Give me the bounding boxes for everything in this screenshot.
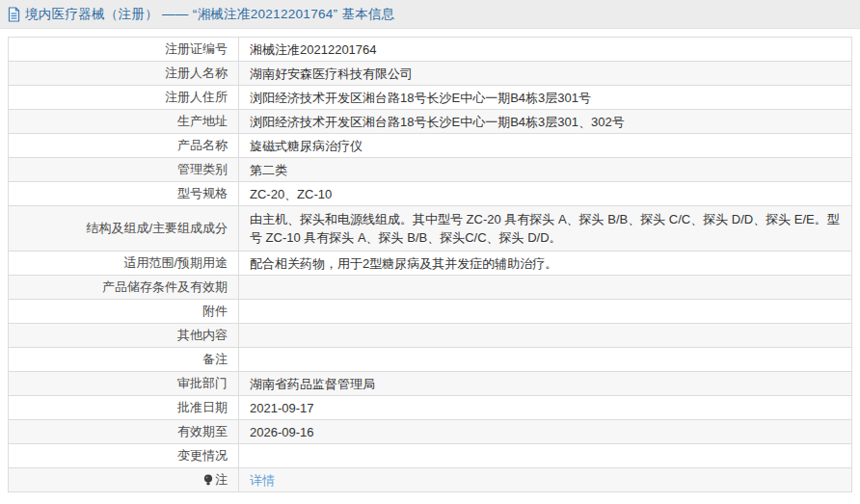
table-row: 注册人住所 浏阳经济技术开发区湘台路18号长沙E中心一期B4栋3层301号 — [9, 86, 852, 110]
row-label: 产品名称 — [9, 134, 239, 158]
row-label: 注 — [9, 468, 239, 492]
row-label: 型号规格 — [9, 182, 239, 206]
table-row: 附件 — [9, 300, 852, 324]
table-row: 批准日期 2021-09-17 — [9, 396, 852, 420]
row-label: 有效期至 — [9, 420, 239, 444]
table-row: 审批部门 湖南省药品监督管理局 — [9, 372, 852, 396]
row-label: 管理类别 — [9, 158, 239, 182]
page-title: 境内医疗器械（注册） —— “湘械注准20212201764” 基本信息 — [25, 6, 395, 23]
row-value: 湖南好安森医疗科技有限公司 — [239, 62, 852, 86]
row-value — [239, 300, 852, 324]
row-label: 备注 — [9, 348, 239, 372]
row-value — [239, 444, 852, 468]
row-label: 其他内容 — [9, 324, 239, 348]
note-bulb-icon — [203, 474, 213, 489]
registration-info-table: 注册证编号 湘械注准20212201764 注册人名称 湖南好安森医疗科技有限公… — [8, 37, 852, 492]
row-label: 注册人住所 — [9, 86, 239, 110]
table-row: 结构及组成/主要组成成分 由主机、探头和电源线组成。其中型号 ZC-20 具有探… — [9, 206, 852, 252]
table-row: 注册证编号 湘械注准20212201764 — [9, 38, 852, 62]
row-label: 注册证编号 — [9, 38, 239, 62]
row-value: 由主机、探头和电源线组成。其中型号 ZC-20 具有探头 A、探头 B/B、探头… — [239, 206, 852, 252]
row-value: 湖南省药品监督管理局 — [239, 372, 852, 396]
table-row: 产品储存条件及有效期 — [9, 276, 852, 300]
table-row-note: 注 详情 — [9, 468, 852, 492]
row-label: 注册人名称 — [9, 62, 239, 86]
table-row: 适用范围/预期用途 配合相关药物，用于2型糖尿病及其并发症的辅助治疗。 — [9, 252, 852, 276]
row-value: 2021-09-17 — [239, 396, 852, 420]
row-label: 产品储存条件及有效期 — [9, 276, 239, 300]
row-value: 湘械注准20212201764 — [239, 38, 852, 62]
row-label: 审批部门 — [9, 372, 239, 396]
row-value: 配合相关药物，用于2型糖尿病及其并发症的辅助治疗。 — [239, 252, 852, 276]
table-row: 产品名称 旋磁式糖尿病治疗仪 — [9, 134, 852, 158]
row-value: 详情 — [239, 468, 852, 492]
row-label: 附件 — [9, 300, 239, 324]
table-row: 注册人名称 湖南好安森医疗科技有限公司 — [9, 62, 852, 86]
table-row: 生产地址 浏阳经济技术开发区湘台路18号长沙E中心一期B4栋3层301、302号 — [9, 110, 852, 134]
table-row: 有效期至 2026-09-16 — [9, 420, 852, 444]
table-row: 其他内容 — [9, 324, 852, 348]
table-row: 备注 — [9, 348, 852, 372]
table-row: 管理类别 第二类 — [9, 158, 852, 182]
row-value: ZC-20、ZC-10 — [239, 182, 852, 206]
detail-link[interactable]: 详情 — [250, 473, 275, 488]
row-value — [239, 324, 852, 348]
row-label: 生产地址 — [9, 110, 239, 134]
note-label-text: 注 — [215, 472, 228, 487]
row-value: 旋磁式糖尿病治疗仪 — [239, 134, 852, 158]
table-row: 型号规格 ZC-20、ZC-10 — [9, 182, 852, 206]
document-icon — [8, 7, 20, 22]
row-label: 批准日期 — [9, 396, 239, 420]
row-value: 浏阳经济技术开发区湘台路18号长沙E中心一期B4栋3层301号 — [239, 86, 852, 110]
row-label: 结构及组成/主要组成成分 — [9, 206, 239, 252]
row-label: 变更情况 — [9, 444, 239, 468]
row-value — [239, 348, 852, 372]
row-value — [239, 276, 852, 300]
page-header: 境内医疗器械（注册） —— “湘械注准20212201764” 基本信息 — [0, 0, 860, 29]
row-value: 2026-09-16 — [239, 420, 852, 444]
row-value: 第二类 — [239, 158, 852, 182]
row-value: 浏阳经济技术开发区湘台路18号长沙E中心一期B4栋3层301、302号 — [239, 110, 852, 134]
table-row: 变更情况 — [9, 444, 852, 468]
row-label: 适用范围/预期用途 — [9, 252, 239, 276]
